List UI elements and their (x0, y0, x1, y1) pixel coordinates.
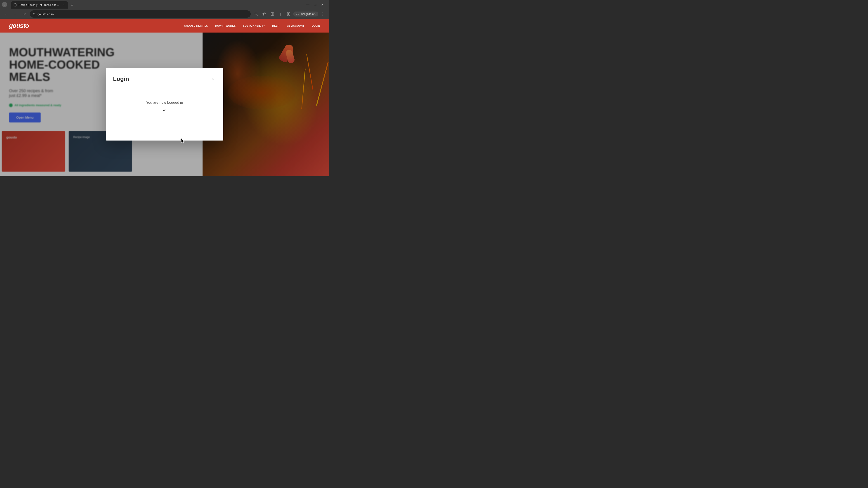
website-content: gousto CHOOSE RECIPES HOW IT WORKS SUSTA… (0, 19, 329, 176)
menu-button[interactable]: ⋮ (319, 10, 327, 18)
split-view-button[interactable] (285, 10, 292, 18)
back-button[interactable]: ← (3, 10, 10, 18)
nav-choose-recipes[interactable]: CHOOSE RECIPES (184, 24, 208, 27)
modal-header: Login × (113, 75, 216, 83)
maximize-button[interactable]: ◻ (312, 1, 318, 8)
url-text: gousto.co.uk (37, 12, 54, 16)
tab-title: Recipe Boxes | Get Fresh Food ... (19, 3, 59, 6)
modal-close-button[interactable]: × (210, 75, 216, 82)
new-tab-button[interactable]: + (69, 2, 75, 8)
nav-my-account[interactable]: MY ACCOUNT (287, 24, 305, 27)
svg-rect-0 (33, 14, 35, 15)
check-icon: ✓ (162, 107, 166, 113)
tab-bar: Recipe Boxes | Get Fresh Food ... ✕ + (9, 0, 303, 8)
nav-sustainability[interactable]: SUSTAINABILITY (243, 24, 265, 27)
active-tab[interactable]: Recipe Boxes | Get Fresh Food ... ✕ (11, 1, 68, 8)
profile-button[interactable]: | (277, 10, 284, 18)
address-actions: | Incognito (2) ⋮ (252, 10, 327, 18)
close-button[interactable]: ✕ (319, 1, 326, 8)
modal-body: You are now Logged in ✓ (113, 93, 216, 121)
site-nav: gousto CHOOSE RECIPES HOW IT WORKS SUSTA… (0, 19, 329, 33)
minimize-button[interactable]: — (305, 1, 311, 8)
hero-section: MOUTHWATERINGHOME-COOKEDMEALS Over 250 r… (0, 33, 329, 176)
window-controls: — ◻ ✕ (305, 1, 326, 8)
svg-point-5 (297, 13, 298, 14)
login-modal: Login × You are now Logged in ✓ (106, 68, 223, 140)
svg-rect-2 (271, 13, 274, 15)
search-button[interactable] (252, 10, 260, 18)
forward-button[interactable]: → (12, 10, 19, 18)
puzzle-icon (271, 12, 274, 16)
extensions-button[interactable] (269, 10, 276, 18)
tab-loading-spinner (13, 3, 17, 6)
tab-close-button[interactable]: ✕ (61, 3, 65, 7)
incognito-label: Incognito (2) (301, 12, 315, 15)
title-bar: ⌄ Recipe Boxes | Get Fresh Food ... ✕ + … (0, 0, 329, 9)
nav-expand-button[interactable]: ⌄ (2, 2, 7, 7)
site-logo[interactable]: gousto (9, 22, 29, 29)
logged-in-message: You are now Logged in (146, 101, 183, 105)
bookmark-button[interactable] (260, 10, 268, 18)
nav-help[interactable]: HELP (272, 24, 279, 27)
reload-button[interactable]: ✕ (21, 10, 28, 18)
svg-rect-4 (289, 13, 290, 15)
url-bar[interactable]: gousto.co.uk (30, 10, 251, 18)
nav-login[interactable]: LOGIN (312, 24, 320, 27)
secure-icon (33, 12, 36, 15)
svg-rect-3 (287, 13, 288, 15)
search-icon (254, 12, 258, 16)
incognito-icon (296, 12, 299, 15)
address-bar: ← → ✕ gousto.co.uk (0, 9, 329, 19)
modal-title: Login (113, 75, 129, 83)
nav-how-it-works[interactable]: HOW IT WORKS (215, 24, 236, 27)
incognito-badge[interactable]: Incognito (2) (293, 11, 318, 17)
split-icon (287, 12, 290, 16)
star-icon (262, 12, 266, 16)
browser-chrome: ⌄ Recipe Boxes | Get Fresh Food ... ✕ + … (0, 0, 329, 19)
nav-links: CHOOSE RECIPES HOW IT WORKS SUSTAINABILI… (184, 24, 320, 27)
